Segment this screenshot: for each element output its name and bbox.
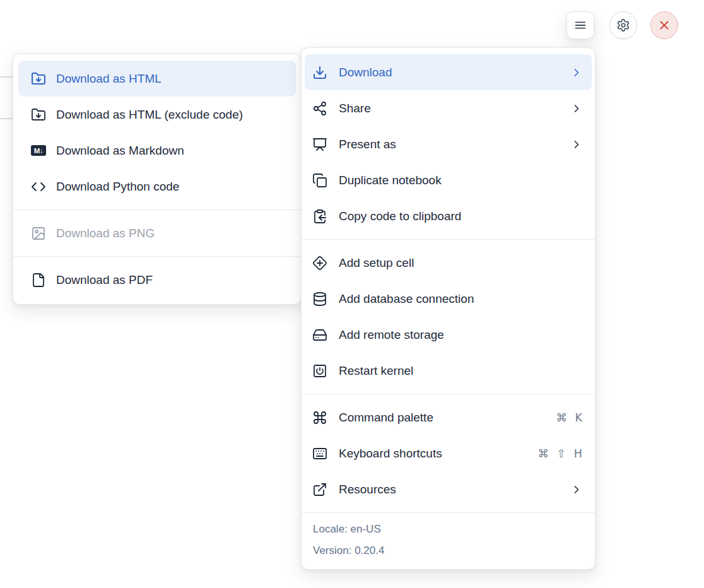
shortcut-hint: ⌘ K (556, 411, 583, 424)
menu-item-download-as-html[interactable]: Download as HTML (18, 61, 296, 97)
external-link-icon (312, 482, 327, 497)
menu-item-duplicate-notebook[interactable]: Duplicate notebook (305, 162, 592, 198)
command-icon (312, 410, 327, 425)
menu-item-present-as[interactable]: Present as (305, 126, 592, 162)
menu-item-resources[interactable]: Resources (305, 471, 592, 507)
menu-item-download-python-code[interactable]: Download Python code (18, 168, 296, 204)
menu-item-keyboard-shortcuts[interactable]: Keyboard shortcuts ⌘ ⇧ H (305, 435, 592, 471)
settings-button[interactable] (609, 11, 637, 39)
menu-item-share[interactable]: Share (305, 90, 592, 126)
menu-item-label: Download (339, 66, 392, 79)
menu-item-download-as-markdown[interactable]: M↓ Download as Markdown (18, 132, 296, 168)
share-icon (312, 101, 327, 116)
menu-item-label: Keyboard shortcuts (339, 447, 442, 461)
menu-item-label: Add remote storage (339, 328, 444, 342)
background-divider-line (0, 76, 13, 78)
shortcut-hint: ⌘ ⇧ H (538, 447, 583, 460)
menu-item-label: Download as PDF (56, 273, 153, 287)
menu-item-add-database-connection[interactable]: Add database connection (305, 281, 592, 317)
menu-footer: Locale: en-US Version: 0.20.4 (302, 513, 595, 569)
folder-down-icon (31, 71, 46, 86)
power-icon (312, 363, 327, 379)
folder-down-icon (31, 107, 46, 122)
chevron-right-icon (570, 138, 583, 151)
menu-item-copy-code-to-clipboard[interactable]: Copy code to clipboard (305, 198, 592, 234)
app-background: { "colors": { "accent_blue": "#3565c4", … (0, 0, 704, 588)
menu-item-download-as-html-exclude-code[interactable]: Download as HTML (exclude code) (18, 97, 296, 132)
menu-item-add-remote-storage[interactable]: Add remote storage (305, 317, 592, 353)
menu-item-label: Command palette (339, 411, 433, 425)
menu-item-label: Download as Markdown (56, 144, 184, 158)
menu-button[interactable] (566, 11, 594, 39)
menu-item-label: Download as HTML (56, 72, 161, 86)
menu-item-download-as-pdf[interactable]: Download as PDF (18, 262, 296, 298)
menu-item-label: Download Python code (56, 180, 179, 194)
clipboard-copy-icon (312, 209, 327, 224)
background-divider-line (0, 118, 13, 119)
download-icon (312, 65, 327, 80)
menu-item-label: Add database connection (339, 292, 474, 306)
menu-item-label: Copy code to clipboard (339, 209, 461, 223)
close-button[interactable] (650, 11, 678, 39)
menu-item-restart-kernel[interactable]: Restart kernel (305, 353, 592, 389)
chevron-right-icon (570, 102, 583, 115)
gear-icon (616, 18, 630, 32)
menu-item-label: Download as HTML (exclude code) (56, 108, 243, 122)
menu-item-label: Add setup cell (339, 256, 414, 270)
code-icon (31, 179, 46, 194)
presentation-icon (312, 137, 327, 152)
keyboard-icon (312, 446, 327, 461)
markdown-icon: M↓ (31, 143, 46, 158)
version-text: Version: 0.20.4 (313, 540, 584, 562)
hamburger-icon (573, 18, 587, 32)
menu-item-label: Duplicate notebook (339, 173, 442, 187)
diamond-plus-icon (312, 256, 327, 271)
hard-drive-icon (312, 327, 327, 343)
notebook-menu: Download Share Present as Duplicate note… (301, 47, 595, 570)
menu-item-label: Share (339, 102, 371, 115)
x-icon (657, 18, 671, 32)
locale-text: Locale: en-US (313, 519, 584, 540)
copy-icon (312, 173, 327, 188)
menu-item-download[interactable]: Download (305, 54, 592, 90)
menu-item-label: Restart kernel (339, 364, 413, 378)
chevron-right-icon (570, 66, 583, 79)
menu-item-label: Download as PNG (56, 226, 155, 240)
database-icon (312, 291, 327, 307)
image-icon (31, 226, 46, 241)
chevron-right-icon (570, 483, 583, 496)
menu-item-label: Resources (339, 483, 396, 497)
menu-item-add-setup-cell[interactable]: Add setup cell (305, 245, 592, 281)
download-submenu: Download as HTML Download as HTML (exclu… (13, 54, 302, 305)
file-icon (31, 273, 46, 288)
menu-item-download-as-png: Download as PNG (18, 215, 296, 251)
menu-item-label: Present as (339, 138, 396, 151)
menu-item-command-palette[interactable]: Command palette ⌘ K (305, 399, 592, 435)
